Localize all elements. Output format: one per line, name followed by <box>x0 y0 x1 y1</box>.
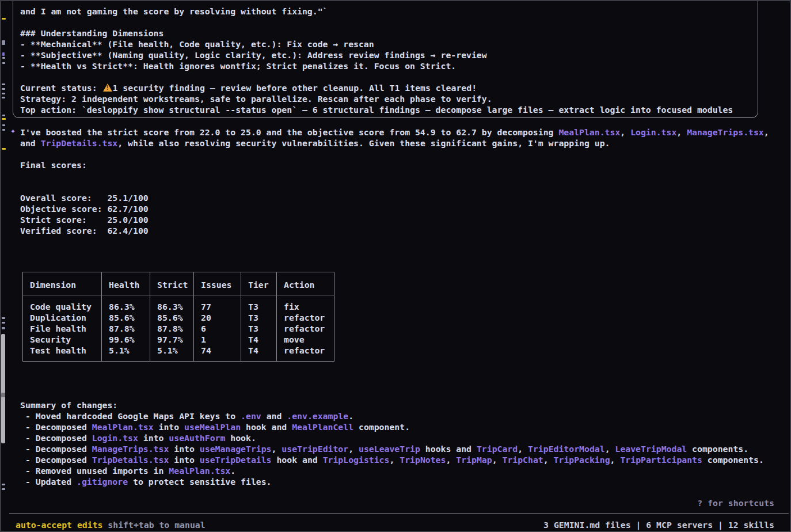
table-cell: 99.6% <box>102 334 150 345</box>
table-cell: fix <box>277 295 334 313</box>
left-edge-fragment <box>2 62 5 64</box>
table-header-cell: Health <box>102 272 150 295</box>
left-gutter <box>1 1 8 531</box>
table-header-cell: Tier <box>241 272 277 295</box>
left-edge-fragment <box>2 148 6 150</box>
table-cell: Code quality <box>23 295 102 313</box>
table-cell: T3 <box>241 323 277 334</box>
table-row: File health87.8%87.8%6T3refactor <box>23 323 334 334</box>
table-cell: Duplication <box>23 312 102 323</box>
left-edge-fragment <box>2 18 6 20</box>
table-cell: File health <box>23 323 102 334</box>
left-edge-fragment <box>2 88 5 90</box>
table-cell: 1 <box>194 334 241 345</box>
table-cell: 85.6% <box>102 312 150 323</box>
table-cell: 85.6% <box>150 312 194 323</box>
left-edge-fragment <box>2 52 5 56</box>
dimensions-table: DimensionHealthStrictIssuesTierActionCod… <box>22 272 334 362</box>
context-status: 3 GEMINI.md files | 6 MCP servers | 12 s… <box>543 519 774 530</box>
table-cell: refactor <box>277 312 334 323</box>
scrollbar-thumb[interactable] <box>1 334 5 443</box>
table-cell: 5.1% <box>150 345 194 362</box>
tool-output-text: and I am not gaming the score by resolvi… <box>20 6 758 115</box>
left-edge-fragment <box>2 40 5 45</box>
table-cell: Security <box>23 334 102 345</box>
table-cell: T3 <box>241 295 277 313</box>
table-header-cell: Action <box>277 272 334 295</box>
summary-block: Summary of changes: - Moved hardcoded Go… <box>20 400 764 487</box>
table-header-row: DimensionHealthStrictIssuesTierAction <box>23 272 334 295</box>
table-row: Code quality86.3%86.3%77T3fix <box>23 295 334 313</box>
table-cell: refactor <box>277 323 334 334</box>
footer-separator <box>9 513 789 514</box>
left-edge-fragment <box>2 129 5 131</box>
table-row: Security99.6%97.7%1T4move <box>23 334 334 345</box>
table-cell: 6 <box>194 323 241 334</box>
left-edge-fragment <box>2 83 5 85</box>
final-scores-label: Final scores: <box>20 159 87 170</box>
table-cell: 20 <box>194 312 241 323</box>
dimensions-table-wrap: DimensionHealthStrictIssuesTierActionCod… <box>22 272 334 362</box>
shortcuts-hint: ? for shortcuts <box>697 497 774 508</box>
table-header-cell: Strict <box>150 272 194 295</box>
left-edge-fragment <box>2 484 5 485</box>
table-cell: 86.3% <box>150 295 194 313</box>
table-cell: 97.7% <box>150 334 194 345</box>
table-cell: 86.3% <box>102 295 150 313</box>
table-cell: 77 <box>194 295 241 313</box>
table-header-cell: Dimension <box>23 272 102 295</box>
table-cell: refactor <box>277 345 334 362</box>
table-row: Duplication85.6%85.6%20T3refactor <box>23 312 334 323</box>
table-cell: T4 <box>241 345 277 362</box>
table-cell: 5.1% <box>102 345 150 362</box>
table-cell: T3 <box>241 312 277 323</box>
left-edge-fragment <box>2 317 5 319</box>
table-cell: 87.8% <box>150 323 194 334</box>
approval-mode-status: auto-accept edits shift+tab to manual <box>16 519 206 530</box>
sparkle-response-icon: ✦ <box>10 126 16 136</box>
table-row: Test health5.1%5.1%74T4refactor <box>23 345 334 362</box>
table-cell: 74 <box>194 345 241 362</box>
left-edge-fragment <box>2 118 6 120</box>
table-cell: T4 <box>241 334 277 345</box>
tool-output-box: and I am not gaming the score by resolvi… <box>13 0 758 118</box>
response-paragraph: I've boosted the strict score from 22.0 … <box>20 127 769 149</box>
scores-block: Overall score: 25.1/100 Objective score:… <box>20 192 149 236</box>
table-cell: 87.8% <box>102 323 150 334</box>
left-edge-fragment <box>2 93 5 94</box>
warning-icon: ! <box>103 83 112 92</box>
left-edge-fragment <box>2 97 5 98</box>
left-edge-fragment <box>2 115 5 116</box>
table-header-cell: Issues <box>194 272 241 295</box>
table-cell: move <box>277 334 334 345</box>
left-edge-fragment <box>2 327 5 329</box>
left-edge-fragment <box>2 488 5 490</box>
left-edge-fragment <box>2 124 5 126</box>
terminal-window: and I am not gaming the score by resolvi… <box>0 0 791 532</box>
table-cell: Test health <box>23 345 102 362</box>
left-edge-fragment <box>2 322 5 324</box>
left-edge-fragment <box>2 57 5 59</box>
left-edge-fragment <box>1 393 5 397</box>
